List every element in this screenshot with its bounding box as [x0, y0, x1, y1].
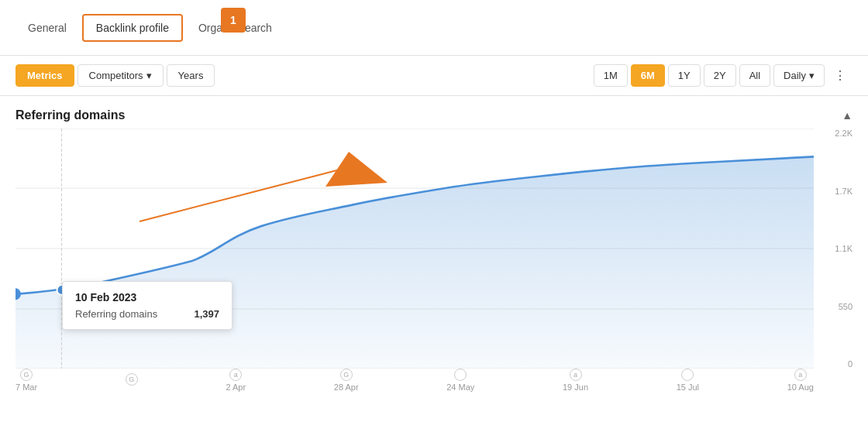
tooltip-metric-row: Referring domains 1,397: [75, 308, 219, 320]
chevron-down-icon: ▾: [146, 70, 152, 81]
filter-group: Metrics Competitors ▾ Years: [16, 64, 215, 87]
x-label-4: a 19 Jun: [563, 369, 588, 392]
collapse-icon[interactable]: ▲: [842, 109, 852, 122]
x-icon-2: G: [340, 369, 353, 381]
chevron-down-icon: ▾: [809, 70, 815, 81]
time-2y[interactable]: 2Y: [704, 64, 736, 87]
chart-tooltip: 10 Feb 2023 Referring domains 1,397: [62, 281, 232, 330]
x-label-2: G 28 Apr: [334, 369, 359, 392]
filter-years[interactable]: Years: [167, 64, 215, 87]
time-1y[interactable]: 1Y: [668, 64, 701, 87]
chart-drawing-area: [16, 129, 814, 369]
x-icon-1: a: [229, 369, 242, 381]
tab-general[interactable]: General: [16, 15, 79, 40]
svg-marker-6: [326, 152, 388, 187]
chart-header: Referring domains ▲: [16, 108, 852, 122]
y-label-1: 1.7K: [835, 187, 852, 196]
x-label-3: 24 May: [446, 369, 474, 392]
chart-start-dot: [16, 289, 20, 299]
granularity-label: Daily: [784, 70, 806, 81]
tab-backlink-profile[interactable]: Backlink profile: [82, 14, 183, 42]
time-all[interactable]: All: [739, 64, 770, 87]
arrow-annotation: [140, 144, 450, 245]
tooltip-metric-value: 1,397: [194, 308, 219, 320]
x-icon-3: [454, 369, 467, 381]
chart-title: Referring domains: [16, 108, 125, 122]
granularity-button[interactable]: Daily ▾: [773, 64, 825, 87]
x-axis: G 7 Mar G a 2 Apr G 28 Apr 24 May a 19 J: [16, 369, 814, 392]
x-label-5: 15 Jul: [677, 369, 699, 392]
x-icon-4: a: [570, 369, 582, 381]
x-label-1: a 2 Apr: [226, 369, 246, 392]
x-icon-0: G: [20, 369, 33, 381]
tooltip-metric-label: Referring domains: [75, 308, 157, 320]
nav-badge: 1: [221, 8, 246, 33]
time-1m[interactable]: 1M: [594, 64, 628, 87]
more-options-button[interactable]: ⋮: [828, 63, 852, 87]
x-icon-5: [681, 369, 694, 381]
sub-navigation: Metrics Competitors ▾ Years 1M 6M 1Y 2Y …: [0, 56, 868, 96]
chart-section: Referring domains ▲ 2.2K 1.7K 1.1K 550 0: [0, 96, 868, 404]
x-label-0: G 7 Mar: [16, 369, 37, 392]
x-icon-6: a: [794, 369, 807, 381]
x-label-0b: G: [126, 373, 138, 387]
y-label-2: 1.1K: [835, 244, 852, 253]
y-label-3: 550: [839, 302, 852, 311]
filter-competitors[interactable]: Competitors ▾: [78, 64, 164, 87]
x-label-6: a 10 Aug: [787, 369, 814, 392]
y-axis: 2.2K 1.7K 1.1K 550 0: [822, 129, 852, 369]
y-label-4: 0: [848, 359, 852, 369]
x-icon-0b: G: [126, 373, 138, 386]
svg-line-5: [140, 167, 349, 221]
time-controls: 1M 6M 1Y 2Y All Daily ▾ ⋮: [594, 63, 852, 87]
competitors-label: Competitors: [89, 70, 143, 81]
top-navigation: General Backlink profile Organic search …: [0, 0, 868, 56]
chart-container: 2.2K 1.7K 1.1K 550 0: [16, 129, 852, 392]
filter-metrics[interactable]: Metrics: [16, 64, 74, 87]
time-6m[interactable]: 6M: [631, 64, 665, 87]
y-label-0: 2.2K: [835, 129, 852, 138]
tooltip-date: 10 Feb 2023: [75, 291, 219, 304]
